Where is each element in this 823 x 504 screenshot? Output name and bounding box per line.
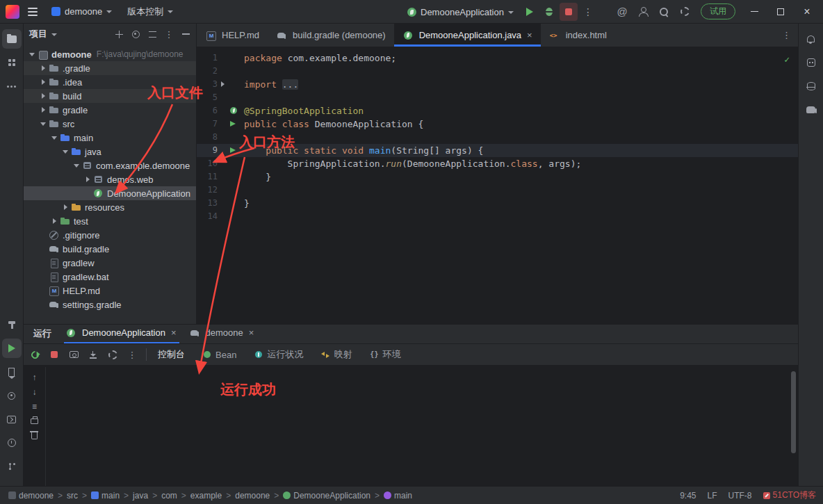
chevron-down-icon[interactable] [51, 33, 57, 36]
scroll-up-button[interactable]: ↑ [29, 373, 40, 382]
print-button[interactable] [29, 416, 40, 426]
editor-tab-DemooneApplication.java[interactable]: DemooneApplication.java× [394, 24, 541, 47]
trial-badge[interactable]: 试用 [701, 3, 735, 19]
view-tab-映射[interactable]: 映射 [318, 343, 355, 366]
tree-chevron-icon[interactable] [71, 160, 81, 171]
tree-item-HELP.md[interactable]: HELP.md [24, 284, 196, 298]
close-icon[interactable]: × [527, 30, 532, 40]
tree-item-.gitignore[interactable]: .gitignore [24, 228, 196, 242]
soft-wrap-button[interactable]: ≡ [29, 402, 40, 412]
project-toolwindow-button[interactable] [2, 29, 22, 49]
tree-chevron-icon[interactable] [38, 63, 48, 74]
console-settings-button[interactable] [107, 349, 118, 360]
tree-chevron-icon[interactable] [38, 118, 48, 129]
tree-item-gradlew.bat[interactable]: gradlew.bat [24, 270, 196, 284]
code-line-3[interactable]: 3import ... [197, 78, 798, 91]
build-toolwindow-button[interactable] [2, 315, 22, 334]
settings-icon[interactable] [676, 3, 694, 21]
vcs-selector[interactable]: 版本控制 [122, 3, 179, 21]
ai-chat-icon[interactable]: @ [613, 3, 631, 21]
code-line-9[interactable]: 9 public static void main(String[] args)… [197, 144, 798, 157]
problems-toolwindow-button[interactable] [2, 433, 22, 453]
tree-item-src[interactable]: src [24, 117, 196, 131]
tree-chevron-icon[interactable] [38, 76, 48, 88]
breadcrumb-DemooneApplication[interactable]: DemooneApplication [282, 491, 372, 501]
code-line-8[interactable]: 8 [197, 131, 798, 144]
collapse-all-button[interactable] [147, 29, 157, 39]
code-line-1[interactable]: 1package com.example.demoone; [197, 51, 798, 65]
console-output[interactable] [46, 367, 798, 486]
breadcrumb-main[interactable]: main [382, 491, 414, 501]
run-config-selector[interactable]: DemooneApplication [402, 3, 519, 21]
run-gutter-icon[interactable] [227, 117, 240, 131]
code-line-11[interactable]: 11 } [197, 170, 798, 184]
tree-item-settings.gradle[interactable]: settings.gradle [24, 298, 196, 311]
stop-button[interactable] [560, 3, 578, 21]
project-selector[interactable]: demoone [46, 3, 117, 21]
breadcrumb-main[interactable]: main [90, 491, 121, 501]
tree-item-demoone[interactable]: demooneF:\java\qujing\demoone [24, 47, 196, 61]
debug-button[interactable] [540, 3, 558, 21]
code-line-7[interactable]: 7public class DemooneApplication { [197, 117, 798, 131]
tab-options-icon[interactable]: ⋮ [775, 24, 798, 47]
breadcrumb-demoone[interactable]: demoone [234, 491, 271, 501]
tree-item-build.gradle[interactable]: build.gradle [24, 242, 196, 256]
run-tab-DemooneApplication[interactable]: DemooneApplication× [60, 324, 184, 343]
caret-position[interactable]: 9:45 [680, 491, 696, 501]
console-more-button[interactable]: ⋮ [127, 349, 138, 360]
thread-dump-button[interactable] [68, 349, 79, 360]
more-toolwindows-button[interactable] [2, 76, 22, 96]
code-line-5[interactable]: 5 [197, 91, 798, 104]
tree-chevron-icon[interactable] [38, 90, 48, 101]
maximize-button[interactable] [769, 0, 792, 24]
tree-item-demos.web[interactable]: demos.web [24, 172, 196, 186]
restore-layout-button[interactable] [88, 349, 99, 360]
view-tab-环境[interactable]: {}环境 [367, 343, 403, 366]
run-tab-demoone[interactable]: demoone× [184, 324, 261, 343]
tree-item-build[interactable]: build [24, 89, 196, 103]
tree-item-.idea[interactable]: .idea [24, 75, 196, 89]
clear-console-button[interactable] [29, 431, 40, 441]
notifications-button[interactable] [801, 29, 821, 49]
code-line-10[interactable]: 10 SpringApplication.run(DemooneApplicat… [197, 157, 798, 170]
tree-chevron-icon[interactable] [60, 146, 70, 157]
database-toolwindow-button[interactable] [801, 76, 821, 96]
scroll-down-button[interactable]: ↓ [29, 387, 40, 397]
close-button[interactable]: × [795, 0, 819, 24]
run-gutter-icon[interactable] [227, 144, 240, 157]
ai-assistant-button[interactable] [801, 53, 821, 72]
editor-tab-build.gradle (demoone)[interactable]: build.gradle (demoone) [268, 24, 394, 47]
tree-item-java[interactable]: java [24, 145, 196, 158]
console-scrollbar[interactable] [791, 371, 796, 453]
tree-item-resources[interactable]: resources [24, 200, 196, 214]
breadcrumb-example[interactable]: example [189, 491, 223, 501]
view-tab-控制台[interactable]: 控制台 [155, 343, 188, 366]
tree-chevron-icon[interactable] [82, 174, 92, 185]
structure-toolwindow-button[interactable] [2, 53, 22, 72]
tree-item-DemooneApplication[interactable]: DemooneApplication [24, 186, 196, 200]
inspections-ok-icon[interactable]: ✓ [784, 54, 790, 65]
add-button[interactable] [114, 29, 124, 39]
tree-chevron-icon[interactable] [49, 132, 59, 143]
code-line-14[interactable]: 14 [197, 210, 798, 223]
editor-tab-index.html[interactable]: index.html [541, 24, 615, 47]
line-separator[interactable]: LF [708, 491, 717, 501]
tree-item-main[interactable]: main [24, 131, 196, 145]
breadcrumb-com[interactable]: com [160, 491, 179, 501]
file-encoding[interactable]: UTF-8 [728, 491, 752, 501]
tree-item-gradle[interactable]: gradle [24, 103, 196, 117]
more-actions-icon[interactable]: ⋮ [579, 3, 597, 21]
code-line-6[interactable]: 6@SpringBootApplication [197, 104, 798, 117]
vcs-toolwindow-button[interactable] [2, 457, 22, 476]
code-line-2[interactable]: 2 [197, 65, 798, 78]
run-toolwindow-button[interactable] [2, 339, 22, 358]
search-everywhere-icon[interactable] [655, 3, 673, 21]
stop-process-button[interactable] [49, 349, 60, 360]
minimize-button[interactable] [742, 0, 766, 24]
close-icon[interactable]: × [171, 327, 177, 338]
breadcrumb-java[interactable]: java [131, 491, 149, 501]
close-icon[interactable]: × [249, 327, 254, 338]
tree-item-.gradle[interactable]: .gradle [24, 61, 196, 75]
tree-chevron-icon[interactable] [49, 216, 59, 227]
code-line-12[interactable]: 12 [197, 184, 798, 197]
